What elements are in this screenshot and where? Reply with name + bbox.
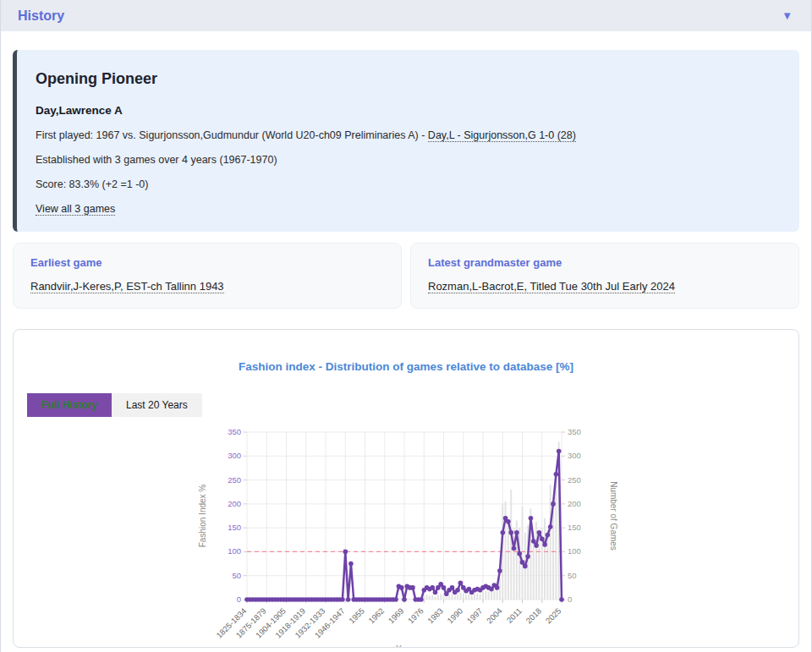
chart-area: 0050501001001501502002002502503003003503… [14, 425, 798, 648]
svg-text:50: 50 [568, 571, 577, 580]
first-played-text: First played: 1967 vs. Sigurjonsson,Gudm… [36, 129, 428, 141]
score-line: Score: 83.3% (+2 =1 -0) [36, 178, 782, 190]
section-title: History [18, 8, 64, 24]
svg-text:50: 50 [232, 571, 241, 580]
latest-grandmaster-game-card: Latest grandmaster game Rozman,L-Bacrot,… [410, 243, 799, 309]
opening-pioneer-card: Opening Pioneer Day,Lawrence A First pla… [13, 50, 799, 232]
svg-text:200: 200 [228, 499, 241, 508]
svg-text:350: 350 [228, 427, 241, 436]
svg-text:150: 150 [228, 523, 241, 532]
svg-text:Year: Year [396, 644, 414, 648]
history-content: Opening Pioneer Day,Lawrence A First pla… [1, 31, 811, 652]
svg-text:2004: 2004 [485, 606, 504, 626]
fashion-index-chart-title: Fashion index - Distribution of games re… [14, 360, 798, 373]
svg-text:2025: 2025 [544, 606, 563, 626]
svg-text:350: 350 [568, 427, 581, 436]
latest-grandmaster-game-link[interactable]: Rozman,L-Bacrot,E, Titled Tue 30th Jul E… [428, 280, 675, 293]
svg-text:1955: 1955 [347, 606, 366, 626]
latest-grandmaster-game-title: Latest grandmaster game [428, 256, 782, 269]
svg-text:100: 100 [568, 546, 581, 556]
svg-text:2011: 2011 [505, 606, 524, 625]
svg-text:0: 0 [568, 594, 572, 604]
svg-text:250: 250 [228, 475, 241, 485]
earliest-game-link[interactable]: Randviir,J-Keres,P, EST-ch Tallinn 1943 [30, 280, 224, 293]
pioneer-player-name: Day,Lawrence A [36, 104, 782, 117]
opening-pioneer-title: Opening Pioneer [36, 70, 782, 88]
fashion-index-chart-canvas[interactable]: 0050501001001501502002002502503003003503… [195, 425, 617, 648]
earliest-game-title: Earliest game [30, 256, 384, 269]
svg-text:250: 250 [568, 475, 581, 485]
established-line: Established with 3 games over 4 years (1… [36, 154, 782, 166]
svg-text:Number of Games: Number of Games [609, 481, 617, 551]
first-played-game-link[interactable]: Day,L - Sigurjonsson,G 1-0 (28) [428, 129, 576, 142]
chart-tabs: Full History Last 20 Years [27, 393, 798, 417]
svg-text:1983: 1983 [425, 606, 445, 626]
view-all-games-link[interactable]: View all 3 games [36, 203, 115, 216]
svg-text:300: 300 [568, 451, 581, 460]
chevron-down-icon[interactable]: ▼ [782, 9, 793, 22]
svg-text:1969: 1969 [387, 606, 406, 626]
svg-text:0: 0 [237, 594, 241, 604]
svg-text:200: 200 [568, 499, 581, 508]
svg-text:1990: 1990 [445, 606, 464, 626]
svg-text:2018: 2018 [524, 606, 543, 626]
svg-text:150: 150 [568, 523, 581, 532]
svg-text:300: 300 [228, 451, 241, 460]
history-section-header[interactable]: History ▼ [1, 0, 811, 31]
game-cards-row: Earliest game Randviir,J-Keres,P, EST-ch… [13, 243, 799, 309]
svg-text:Fashion Index %: Fashion Index % [198, 485, 207, 548]
svg-text:1997: 1997 [465, 606, 485, 626]
svg-text:1976: 1976 [406, 606, 425, 626]
earliest-game-card: Earliest game Randviir,J-Keres,P, EST-ch… [13, 243, 402, 309]
fashion-index-card: Fashion index - Distribution of games re… [13, 329, 799, 648]
svg-text:100: 100 [228, 546, 241, 556]
first-played-line: First played: 1967 vs. Sigurjonsson,Gudm… [36, 129, 782, 141]
tab-full-history[interactable]: Full History [27, 393, 112, 417]
svg-text:1962: 1962 [366, 606, 386, 626]
tab-last-20-years[interactable]: Last 20 Years [112, 393, 202, 417]
